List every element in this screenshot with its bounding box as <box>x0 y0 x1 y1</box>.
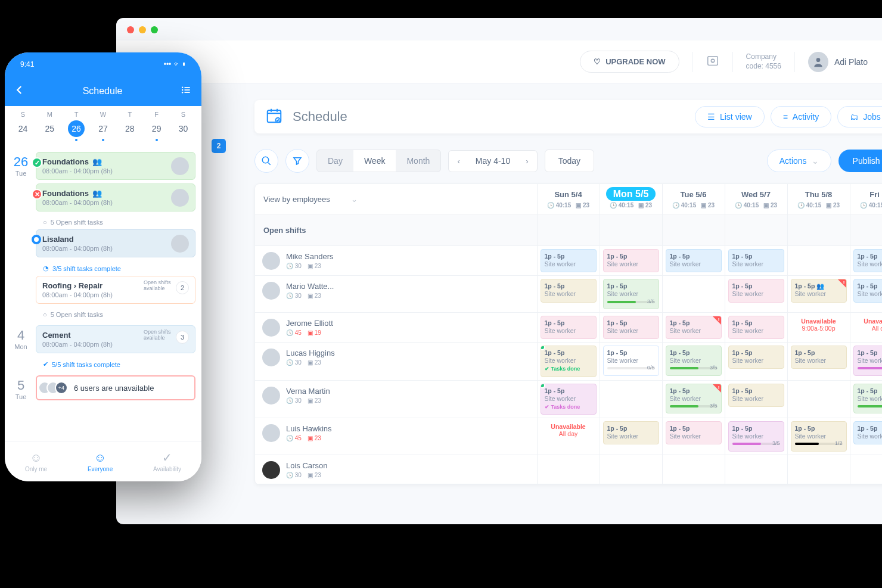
back-button[interactable] <box>14 85 25 98</box>
avatar <box>262 424 280 442</box>
clock-icon: ✓ <box>153 450 181 465</box>
week-day[interactable]: M25 <box>39 111 60 141</box>
mobile-shift-card[interactable]: Cement 08:00am - 04:00pm (8h) Open shift… <box>36 325 195 353</box>
seg-month[interactable]: Month <box>396 150 440 172</box>
week-day[interactable]: W27 <box>92 111 114 141</box>
seg-day[interactable]: Day <box>317 150 353 172</box>
seg-week[interactable]: Week <box>353 150 396 172</box>
employee-cell[interactable]: Jerome Elliott🕓 45▣ 19 <box>255 313 537 341</box>
week-day[interactable]: S30 <box>172 111 194 141</box>
help-icon[interactable] <box>706 54 719 70</box>
people-icon: 👥 <box>92 157 102 166</box>
mobile-shift-card[interactable]: Roofing › Repair 08:00am - 04:00pm (8h) … <box>36 276 195 304</box>
shift-card[interactable]: 1p - 5p 👥Site worker <box>791 279 847 302</box>
week-day[interactable]: T28 <box>119 111 141 141</box>
day-header[interactable]: Thu 5/8🕓 40:15▣ 23 <box>788 184 850 212</box>
week-day[interactable]: F29 <box>146 111 167 141</box>
traffic-lights <box>127 26 158 33</box>
user-menu[interactable]: Adi Plato <box>808 52 868 72</box>
employee-row: Jerome Elliott🕓 45▣ 19 1p - 5pSite worke… <box>255 312 882 342</box>
employee-cell[interactable]: Lois Carson🕓 30▣ 23 <box>255 455 537 484</box>
shift-card[interactable]: 1p - 5pSite worker <box>728 384 784 407</box>
shift-card[interactable]: 1p - 5pSite worker <box>603 421 659 444</box>
shift-card[interactable]: 1p - 5pSite worker3/5 <box>853 384 883 414</box>
shift-card[interactable]: 1p - 5pSite worker <box>666 249 722 272</box>
search-button[interactable] <box>254 149 278 173</box>
open-shifts-count: 3 <box>176 331 189 344</box>
shift-card[interactable]: 1p - 5pSite worker <box>853 279 883 302</box>
upgrade-label: UPGRADE NOW <box>605 57 665 66</box>
shift-card[interactable]: 1p - 5pSite worker <box>728 279 784 302</box>
stack-icon: ▣ 23 <box>576 202 589 209</box>
day-header[interactable]: Wed 5/7🕓 40:15▣ 23 <box>725 184 787 212</box>
shift-card[interactable]: 1p - 5pSite worker3/5 <box>666 384 722 414</box>
shift-card[interactable]: 1p - 5pSite worker <box>728 346 784 369</box>
today-button[interactable]: Today <box>545 150 594 172</box>
open-shifts-label: Open shifts available <box>144 280 173 292</box>
date-range: May 4-10 <box>470 156 516 166</box>
open-shifts-row: Open shifts <box>255 215 882 246</box>
mobile-unavailable-card[interactable]: +4 6 users are unavailable <box>36 375 195 400</box>
title-bar: Schedule ☰List view ≡Activity 🗂Jobs Opti… <box>254 100 882 133</box>
tab-availability[interactable]: ✓Availability <box>153 450 181 472</box>
shift-card[interactable]: 1p - 5pSite worker <box>541 279 597 302</box>
mobile-header: Schedule <box>5 76 201 106</box>
jobs-button[interactable]: 🗂Jobs <box>837 106 882 127</box>
tab-only-me[interactable]: ☺Only me <box>25 451 47 472</box>
shift-card[interactable]: 1p - 5pSite worker <box>728 249 784 272</box>
shift-card[interactable]: 1p - 5pSite worker <box>853 421 883 444</box>
day-header[interactable]: Sun 5/4🕓 40:15▣ 23 <box>538 184 600 212</box>
view-by-selector[interactable]: View by employees⌄ <box>255 184 366 214</box>
mobile-shift-card[interactable]: ✕ Foundations👥 08:00am - 04:00pm (8h) <box>36 183 195 211</box>
prev-week-button[interactable]: ‹ <box>451 153 465 169</box>
list-view-button[interactable]: ☰List view <box>695 106 765 127</box>
shift-card[interactable]: 1p - 5pSite worker3/5 <box>666 346 722 376</box>
mobile-shift-card[interactable]: Lisaland 08:00am - 04:00pm (8h) <box>36 229 195 257</box>
shift-card[interactable]: 1p - 5pSite worker0/5 <box>603 346 659 376</box>
shift-card[interactable]: 1p - 5pSite worker <box>791 346 847 369</box>
filter-button[interactable] <box>285 149 309 173</box>
day-header[interactable]: Tue 5/6🕓 40:15▣ 23 <box>663 184 725 212</box>
shift-card[interactable]: 1p - 5pSite worker✔Tasks done <box>541 346 597 377</box>
actions-button[interactable]: Actions⌄ <box>767 150 831 172</box>
employee-cell[interactable]: Verna Martin🕓 30▣ 23 <box>255 381 537 409</box>
shift-card[interactable]: 1p - 5pSite worker <box>603 316 659 339</box>
shift-card[interactable]: 1p - 5pSite worker <box>853 249 883 272</box>
shift-card[interactable]: 1p - 5pSite worker1/2 <box>791 421 847 452</box>
employee-cell[interactable]: Mario Watte...🕓 30▣ 23 <box>255 276 537 304</box>
svg-rect-7 <box>185 87 190 88</box>
next-week-button[interactable]: › <box>520 153 534 169</box>
sub-row: ○5 Open shift tasks <box>36 215 195 229</box>
upgrade-button[interactable]: ♡ UPGRADE NOW <box>580 51 679 73</box>
day-header-today[interactable]: Mon 5/5🕓 40:15▣ 23 <box>600 184 662 212</box>
check-icon: ✔ <box>545 366 549 372</box>
shift-card[interactable]: 1p - 5pSite worker3/5 <box>728 421 784 452</box>
shift-card[interactable]: 1p - 5pSite worker <box>666 421 722 444</box>
shift-card[interactable]: 1p - 5pSite worker <box>728 316 784 339</box>
clock-icon: 🕓 40:15 <box>547 202 571 209</box>
employee-cell[interactable]: Luis Hawkins🕓 45▣ 23 <box>255 418 537 447</box>
tab-everyone[interactable]: ☺Everyone <box>88 451 113 472</box>
employee-cell[interactable]: Lucas Higgins🕓 30▣ 23 <box>255 343 537 371</box>
shift-card[interactable]: 1p - 5pSite worker✔Tasks done <box>541 384 597 415</box>
week-day[interactable]: S24 <box>12 111 33 141</box>
publish-button[interactable]: Publish <box>838 150 882 172</box>
shift-card[interactable]: 1p - 5pSite worker <box>666 316 722 339</box>
day-header[interactable]: Fri 5/9🕓 40:15▣ 23 <box>850 184 883 212</box>
shift-card[interactable]: 1p - 5pSite worker <box>541 316 597 339</box>
topbar: team ♡ UPGRADE NOW Company code: 4556 Ad… <box>116 41 882 83</box>
mobile-shift-card[interactable]: ✓ Foundations👥 08:00am - 04:00pm (8h) <box>36 152 195 180</box>
desktop-window: team ♡ UPGRADE NOW Company code: 4556 Ad… <box>116 18 882 524</box>
employee-cell[interactable]: Mike Sanders🕓 30▣ 23 <box>255 246 537 275</box>
alert-icon <box>838 279 846 288</box>
shift-card[interactable]: 1p - 5pSite worker3/5 <box>603 279 659 309</box>
sidebar-collapse-badge[interactable]: 2 <box>212 139 226 153</box>
list-icon: ☰ <box>707 112 715 122</box>
open-shifts-count: 2 <box>176 281 189 294</box>
shift-card[interactable]: 1p - 5pSite worker <box>603 249 659 272</box>
menu-icon[interactable] <box>180 84 192 98</box>
shift-card[interactable]: 1p - 5pSite worker3/5 <box>853 346 883 376</box>
week-day-selected[interactable]: T26 <box>66 111 87 141</box>
shift-card[interactable]: 1p - 5pSite worker <box>541 249 597 272</box>
activity-button[interactable]: ≡Activity <box>771 106 832 127</box>
